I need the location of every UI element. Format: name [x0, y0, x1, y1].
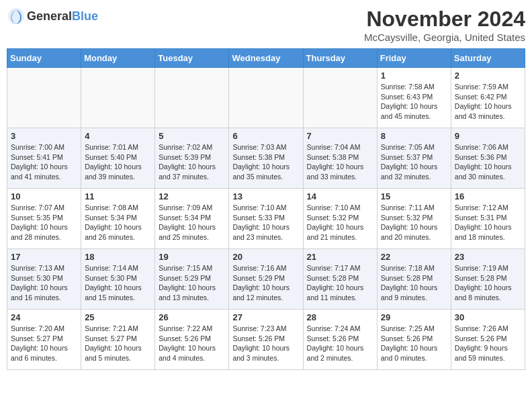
day-cell-12: 12Sunrise: 7:09 AMSunset: 5:34 PMDayligh… [155, 189, 229, 249]
location: McCaysville, Georgia, United States [364, 32, 525, 43]
day-number: 20 [232, 252, 299, 262]
weekday-header-saturday: Saturday [451, 49, 525, 68]
day-info: Sunrise: 7:01 AMSunset: 5:40 PMDaylight:… [85, 142, 151, 182]
day-cell-21: 21Sunrise: 7:17 AMSunset: 5:28 PMDayligh… [303, 249, 377, 310]
day-number: 3 [11, 131, 77, 141]
weekday-header-wednesday: Wednesday [229, 49, 303, 68]
day-info: Sunrise: 7:04 AMSunset: 5:38 PMDaylight:… [307, 142, 373, 182]
day-number: 8 [381, 131, 447, 141]
day-number: 13 [232, 191, 299, 201]
day-info: Sunrise: 7:10 AMSunset: 5:33 PMDaylight:… [232, 203, 299, 242]
week-row-4: 17Sunrise: 7:13 AMSunset: 5:30 PMDayligh… [7, 249, 525, 310]
day-number: 22 [381, 252, 447, 262]
day-cell-16: 16Sunrise: 7:12 AMSunset: 5:31 PMDayligh… [451, 189, 525, 249]
day-number: 23 [455, 252, 521, 262]
weekday-header-sunday: Sunday [7, 49, 81, 68]
day-cell-29: 29Sunrise: 7:25 AMSunset: 5:26 PMDayligh… [377, 310, 451, 370]
weekday-header-monday: Monday [81, 49, 155, 68]
logo-general: General [27, 9, 72, 23]
day-cell-9: 9Sunrise: 7:06 AMSunset: 5:36 PMDaylight… [451, 128, 525, 189]
day-cell-8: 8Sunrise: 7:05 AMSunset: 5:37 PMDaylight… [377, 128, 451, 189]
day-number: 18 [85, 252, 151, 262]
day-info: Sunrise: 7:20 AMSunset: 5:27 PMDaylight:… [11, 324, 77, 363]
day-info: Sunrise: 7:15 AMSunset: 5:29 PMDaylight:… [159, 263, 225, 303]
day-info: Sunrise: 7:08 AMSunset: 5:34 PMDaylight:… [85, 203, 151, 242]
day-cell-22: 22Sunrise: 7:18 AMSunset: 5:28 PMDayligh… [377, 249, 451, 310]
day-cell-13: 13Sunrise: 7:10 AMSunset: 5:33 PMDayligh… [229, 189, 303, 249]
day-number: 27 [232, 312, 299, 322]
day-info: Sunrise: 7:13 AMSunset: 5:30 PMDaylight:… [11, 263, 77, 303]
day-info: Sunrise: 7:26 AMSunset: 5:26 PMDaylight:… [455, 324, 521, 363]
day-number: 12 [159, 191, 225, 201]
day-number: 10 [11, 191, 77, 201]
day-info: Sunrise: 7:10 AMSunset: 5:32 PMDaylight:… [307, 203, 373, 242]
day-number: 21 [307, 252, 373, 262]
weekday-header-tuesday: Tuesday [155, 49, 229, 68]
day-cell-3: 3Sunrise: 7:00 AMSunset: 5:41 PMDaylight… [7, 128, 81, 189]
day-cell-14: 14Sunrise: 7:10 AMSunset: 5:32 PMDayligh… [303, 189, 377, 249]
day-cell-15: 15Sunrise: 7:11 AMSunset: 5:32 PMDayligh… [377, 189, 451, 249]
day-cell-28: 28Sunrise: 7:24 AMSunset: 5:26 PMDayligh… [303, 310, 377, 370]
day-cell-empty-0-0 [7, 68, 81, 128]
day-cell-25: 25Sunrise: 7:21 AMSunset: 5:27 PMDayligh… [81, 310, 155, 370]
day-info: Sunrise: 7:23 AMSunset: 5:26 PMDaylight:… [232, 324, 299, 363]
day-cell-7: 7Sunrise: 7:04 AMSunset: 5:38 PMDaylight… [303, 128, 377, 189]
day-info: Sunrise: 7:00 AMSunset: 5:41 PMDaylight:… [11, 142, 77, 182]
day-number: 15 [381, 191, 447, 201]
month-title: November 2024 [364, 7, 525, 32]
day-number: 9 [455, 131, 521, 141]
day-cell-23: 23Sunrise: 7:19 AMSunset: 5:28 PMDayligh… [451, 249, 525, 310]
day-number: 19 [159, 252, 225, 262]
day-cell-1: 1Sunrise: 7:58 AMSunset: 6:43 PMDaylight… [377, 68, 451, 128]
day-cell-10: 10Sunrise: 7:07 AMSunset: 5:35 PMDayligh… [7, 189, 81, 249]
logo-blue: Blue [72, 9, 98, 23]
day-number: 30 [455, 312, 521, 322]
day-info: Sunrise: 7:17 AMSunset: 5:28 PMDaylight:… [307, 263, 373, 303]
day-info: Sunrise: 7:59 AMSunset: 6:42 PMDaylight:… [455, 82, 521, 122]
day-info: Sunrise: 7:12 AMSunset: 5:31 PMDaylight:… [455, 203, 521, 242]
day-info: Sunrise: 7:24 AMSunset: 5:26 PMDaylight:… [307, 324, 373, 363]
day-info: Sunrise: 7:18 AMSunset: 5:28 PMDaylight:… [381, 263, 447, 303]
day-cell-4: 4Sunrise: 7:01 AMSunset: 5:40 PMDaylight… [81, 128, 155, 189]
day-number: 28 [307, 312, 373, 322]
day-number: 6 [232, 131, 299, 141]
day-number: 17 [11, 252, 77, 262]
day-cell-5: 5Sunrise: 7:02 AMSunset: 5:39 PMDaylight… [155, 128, 229, 189]
day-cell-27: 27Sunrise: 7:23 AMSunset: 5:26 PMDayligh… [229, 310, 303, 370]
day-cell-empty-0-3 [229, 68, 303, 128]
day-number: 25 [85, 312, 151, 322]
day-info: Sunrise: 7:58 AMSunset: 6:43 PMDaylight:… [381, 82, 447, 122]
day-info: Sunrise: 7:25 AMSunset: 5:26 PMDaylight:… [381, 324, 447, 363]
week-row-3: 10Sunrise: 7:07 AMSunset: 5:35 PMDayligh… [7, 189, 525, 249]
day-cell-20: 20Sunrise: 7:16 AMSunset: 5:29 PMDayligh… [229, 249, 303, 310]
day-number: 16 [455, 191, 521, 201]
day-number: 11 [85, 191, 151, 201]
day-number: 4 [85, 131, 151, 141]
day-info: Sunrise: 7:05 AMSunset: 5:37 PMDaylight:… [381, 142, 447, 182]
day-number: 24 [11, 312, 77, 322]
day-number: 2 [455, 71, 521, 81]
day-cell-17: 17Sunrise: 7:13 AMSunset: 5:30 PMDayligh… [7, 249, 81, 310]
day-cell-24: 24Sunrise: 7:20 AMSunset: 5:27 PMDayligh… [7, 310, 81, 370]
week-row-5: 24Sunrise: 7:20 AMSunset: 5:27 PMDayligh… [7, 310, 525, 370]
day-number: 29 [381, 312, 447, 322]
day-cell-empty-0-4 [303, 68, 377, 128]
day-info: Sunrise: 7:11 AMSunset: 5:32 PMDaylight:… [381, 203, 447, 242]
day-number: 26 [159, 312, 225, 322]
day-cell-empty-0-1 [81, 68, 155, 128]
logo-text: GeneralBlue [27, 9, 98, 24]
day-cell-11: 11Sunrise: 7:08 AMSunset: 5:34 PMDayligh… [81, 189, 155, 249]
day-info: Sunrise: 7:16 AMSunset: 5:29 PMDaylight:… [232, 263, 299, 303]
day-number: 1 [381, 71, 447, 81]
day-cell-19: 19Sunrise: 7:15 AMSunset: 5:29 PMDayligh… [155, 249, 229, 310]
week-row-2: 3Sunrise: 7:00 AMSunset: 5:41 PMDaylight… [7, 128, 525, 189]
day-info: Sunrise: 7:06 AMSunset: 5:36 PMDaylight:… [455, 142, 521, 182]
day-cell-26: 26Sunrise: 7:22 AMSunset: 5:26 PMDayligh… [155, 310, 229, 370]
page-header: GeneralBlue November 2024 McCaysville, G… [7, 7, 525, 43]
day-info: Sunrise: 7:07 AMSunset: 5:35 PMDaylight:… [11, 203, 77, 242]
day-cell-30: 30Sunrise: 7:26 AMSunset: 5:26 PMDayligh… [451, 310, 525, 370]
day-info: Sunrise: 7:19 AMSunset: 5:28 PMDaylight:… [455, 263, 521, 303]
day-cell-18: 18Sunrise: 7:14 AMSunset: 5:30 PMDayligh… [81, 249, 155, 310]
logo-icon [7, 7, 26, 26]
svg-point-0 [8, 8, 24, 24]
